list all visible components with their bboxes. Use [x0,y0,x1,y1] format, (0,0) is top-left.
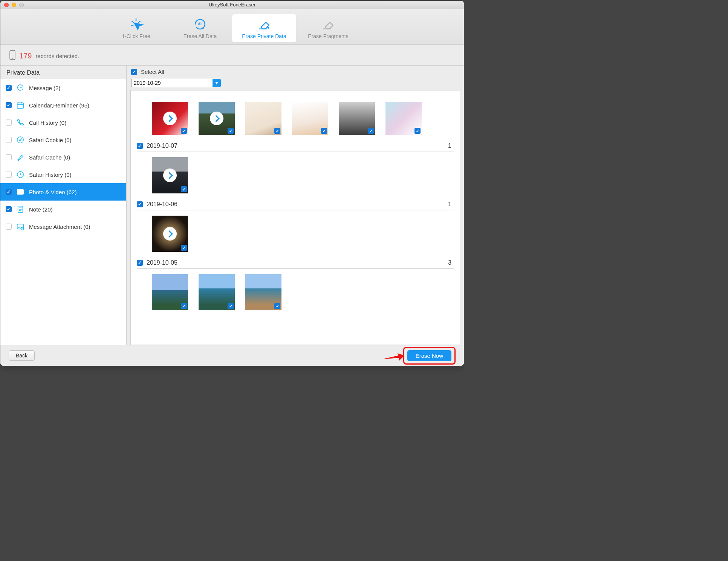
arrow-annotation-icon [382,353,404,359]
svg-point-2 [268,27,269,29]
thumbnail[interactable] [152,216,188,252]
group-header[interactable]: 2019-10-061 [137,199,454,210]
app-window: UkeySoft FoneEraser 1-Click Free All Era… [0,1,464,366]
thumbnail-group: 2019-10-061 [137,199,454,253]
titlebar: UkeySoft FoneEraser [0,1,464,9]
date-input[interactable] [131,79,213,87]
thumbnail-group: 2019-10-053 [137,257,454,312]
tab-label: Erase All Data [168,33,232,39]
select-all-row[interactable]: Select All [130,68,460,77]
sidebar-checkbox[interactable] [6,206,12,212]
sidebar-checkbox[interactable] [6,154,12,160]
tab-erase-all-data[interactable]: All Erase All Data [168,14,232,42]
thumbnail[interactable] [292,102,328,135]
note-icon [16,205,24,213]
sidebar-item-label: Note (20) [29,206,121,213]
svg-point-13 [19,191,20,192]
thumbnail[interactable] [152,102,188,135]
eraser-fragments-icon [296,17,360,32]
svg-point-7 [20,87,21,88]
sidebar-item-label: Safari Cache (0) [29,154,121,161]
thumbnail[interactable] [199,274,235,310]
sidebar-checkbox[interactable] [6,102,12,108]
sidebar-item-phone[interactable]: Call History (0) [0,114,126,131]
thumbnail-group [137,97,454,136]
play-icon [210,112,223,125]
thumbnail-group: 2019-10-071 [137,140,454,195]
brush-icon [16,153,24,161]
sidebar-checkbox[interactable] [6,85,12,91]
erase-now-button[interactable]: Erase Now [407,350,451,361]
thumbnail-checkbox[interactable] [321,128,327,134]
sidebar-item-clock[interactable]: Safari History (0) [0,166,126,183]
sidebar-item-message[interactable]: Message (2) [0,79,126,97]
thumbnail-checkbox[interactable] [368,128,374,134]
records-count: 179 [19,52,32,60]
sidebar-item-note[interactable]: Note (20) [0,201,126,218]
tab-erase-private-data[interactable]: Erase Private Data [232,14,296,42]
tab-erase-fragments[interactable]: Erase Fragments [296,14,360,42]
status-row: 179 records detected. [0,45,464,66]
thumbnail[interactable] [152,157,188,193]
sidebar: Private Data Message (2)Calendar,Reminde… [0,66,127,345]
tab-label: 1-Click Free [104,33,168,39]
attach-icon [16,222,24,231]
main-panel: Select All ▼ 2019-10-0712019-10-0612019-… [127,66,464,345]
group-checkbox[interactable] [137,260,143,266]
chevron-down-icon[interactable]: ▼ [213,79,221,87]
sidebar-item-compass[interactable]: Safari Cookie (0) [0,131,126,149]
thumbnail-checkbox[interactable] [274,128,280,134]
main-tabs: 1-Click Free All Erase All Data Erase P [0,9,464,45]
thumbnail[interactable] [152,274,188,310]
sidebar-item-attach[interactable]: Message Attachment (0) [0,218,126,235]
svg-point-8 [21,87,22,88]
thumbnail-checkbox[interactable] [414,128,421,134]
thumbnail-checkbox[interactable] [181,128,187,134]
sidebar-checkbox[interactable] [6,137,12,143]
phone-icon [16,118,24,127]
date-select[interactable]: ▼ [131,79,459,87]
content-area: Private Data Message (2)Calendar,Reminde… [0,66,464,345]
svg-point-1 [202,27,204,29]
thumbnail-grid[interactable]: 2019-10-0712019-10-0612019-10-053 [130,90,460,345]
calendar-icon [16,101,24,109]
svg-point-6 [18,87,19,88]
thumbnail[interactable] [339,102,375,135]
svg-rect-9 [17,103,24,109]
group-date: 2019-10-07 [147,143,444,149]
sidebar-item-image[interactable]: Photo & Video (62) [0,183,126,201]
sidebar-checkbox[interactable] [6,172,12,178]
sidebar-item-label: Safari Cookie (0) [29,137,121,143]
tab-1-click-free[interactable]: 1-Click Free [104,14,168,42]
group-header[interactable]: 2019-10-053 [137,257,454,269]
group-count: 1 [448,201,454,208]
thumbnail-checkbox[interactable] [181,245,187,251]
sidebar-checkbox[interactable] [6,120,12,126]
thumbnail-checkbox[interactable] [181,186,187,192]
group-header[interactable]: 2019-10-071 [137,140,454,152]
thumbnail[interactable] [385,102,422,135]
thumbnail-checkbox[interactable] [228,128,234,134]
svg-point-4 [12,58,13,59]
sidebar-item-label: Safari History (0) [29,172,121,178]
group-count: 3 [448,259,454,266]
sidebar-checkbox[interactable] [6,189,12,195]
records-text: records detected. [35,53,79,59]
back-button[interactable]: Back [9,350,35,361]
thumbs-row [137,152,454,195]
group-checkbox[interactable] [137,201,143,207]
select-all-checkbox[interactable] [131,69,137,75]
group-checkbox[interactable] [137,143,143,149]
thumbnail[interactable] [199,102,235,135]
sidebar-checkbox[interactable] [6,224,12,230]
sidebar-item-calendar[interactable]: Calendar,Reminder (95) [0,97,126,114]
thumbnail-checkbox[interactable] [274,303,280,309]
thumbnail[interactable] [245,274,281,310]
group-date: 2019-10-06 [147,201,444,208]
cursor-free-icon [104,17,168,32]
sidebar-item-brush[interactable]: Safari Cache (0) [0,149,126,166]
play-icon [163,112,177,125]
thumbnail-checkbox[interactable] [181,303,187,309]
thumbnail[interactable] [245,102,281,135]
thumbnail-checkbox[interactable] [228,303,234,309]
